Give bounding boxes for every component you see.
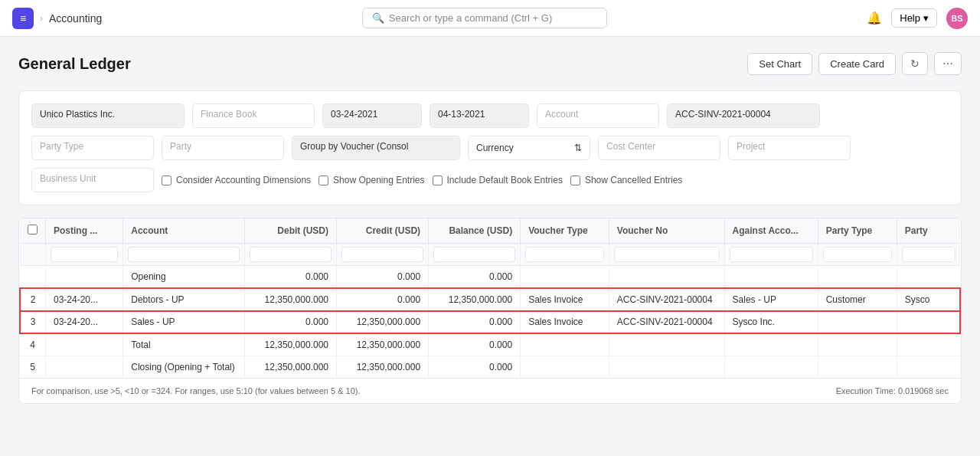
- filter-cell-voucher-no: [609, 244, 724, 266]
- party-type-filter[interactable]: Party Type: [31, 136, 154, 160]
- filter-input-party[interactable]: [902, 247, 956, 262]
- against-account: [724, 266, 818, 289]
- credit-amount: 12,350,000.000: [337, 333, 429, 356]
- app-icon[interactable]: ≡: [12, 8, 34, 29]
- currency-filter[interactable]: Currency ⇅: [468, 136, 590, 160]
- filter-cell-posting: [46, 244, 123, 266]
- from-date-filter[interactable]: 03-24-2021: [322, 103, 422, 128]
- set-chart-button[interactable]: Set Chart: [747, 53, 812, 75]
- page-content: General Ledger Set Chart Create Card ↻ ⋯…: [0, 37, 980, 419]
- cost-center-filter[interactable]: Cost Center: [598, 136, 720, 160]
- business-unit-filter[interactable]: Business Unit: [31, 168, 154, 192]
- table-row[interactable]: 5Closing (Opening + Total)12,350,000.000…: [20, 356, 960, 379]
- breadcrumb-separator: ›: [40, 13, 43, 24]
- consider-accounting-dimensions-checkbox[interactable]: [162, 176, 172, 185]
- credit-amount: 0.000: [337, 266, 429, 289]
- consider-accounting-dimensions-label[interactable]: Consider Accounting Dimensions: [162, 175, 311, 185]
- filter-input-party-type[interactable]: [823, 247, 892, 262]
- col-checkbox: [20, 218, 46, 244]
- page-actions: Set Chart Create Card ↻ ⋯: [747, 52, 962, 75]
- finance-book-filter[interactable]: Finance Book: [192, 103, 315, 128]
- party-type-cell: Customer: [818, 288, 897, 311]
- filter-input-posting[interactable]: [51, 247, 118, 262]
- col-credit: Credit (USD): [337, 218, 429, 244]
- filter-cell-debit: [244, 244, 336, 266]
- notification-icon[interactable]: 🔔: [867, 11, 882, 25]
- filter-cell-party-type: [818, 244, 897, 266]
- help-button[interactable]: Help ▾: [891, 8, 937, 28]
- voucher-no: ACC-SINV-2021-00004: [609, 288, 724, 311]
- filter-input-account[interactable]: [128, 247, 240, 262]
- filter-row-1: Unico Plastics Inc. Finance Book 03-24-2…: [31, 103, 949, 128]
- search-icon: 🔍: [372, 12, 384, 24]
- select-all-checkbox[interactable]: [28, 225, 38, 235]
- posting-date: [46, 333, 123, 356]
- account-value-filter[interactable]: ACC-SINV-2021-00004: [667, 103, 820, 128]
- refresh-button[interactable]: ↻: [902, 52, 928, 75]
- page-title: General Ledger: [18, 55, 131, 73]
- to-date-filter[interactable]: 04-13-2021: [430, 103, 529, 128]
- chevron-down-icon: ▾: [923, 12, 929, 24]
- voucher-type: Sales Invoice: [521, 311, 609, 334]
- party-type-cell: [818, 266, 897, 289]
- project-filter[interactable]: Project: [728, 136, 851, 160]
- more-options-button[interactable]: ⋯: [934, 52, 962, 75]
- row-number: 5: [20, 356, 46, 379]
- show-cancelled-entries-checkbox[interactable]: [570, 176, 580, 185]
- filter-row-2: Party Type Party Group by Voucher (Conso…: [31, 136, 949, 160]
- voucher-no: ACC-SINV-2021-00004: [609, 311, 724, 334]
- party-cell: [897, 311, 960, 334]
- group-by-filter[interactable]: Group by Voucher (Consol: [292, 136, 460, 160]
- posting-date: 03-24-20...: [46, 288, 123, 311]
- show-opening-entries-label[interactable]: Show Opening Entries: [318, 175, 424, 185]
- filter-input-credit[interactable]: [341, 247, 423, 262]
- credit-amount: 12,350,000.000: [337, 356, 429, 379]
- col-account: Account: [123, 218, 245, 244]
- debit-amount: 0.000: [244, 266, 336, 289]
- filter-input-voucher-no[interactable]: [614, 247, 720, 262]
- currency-label: Currency: [476, 143, 514, 153]
- voucher-no: [609, 333, 724, 356]
- account-filter[interactable]: Account: [537, 103, 659, 128]
- search-placeholder: Search or type a command (Ctrl + G): [389, 12, 553, 24]
- table-row[interactable]: Opening0.0000.0000.000: [20, 266, 960, 289]
- against-account: [724, 333, 818, 356]
- filter-cell-balance: [429, 244, 521, 266]
- avatar[interactable]: BS: [946, 8, 968, 29]
- filter-input-debit[interactable]: [250, 247, 332, 262]
- show-cancelled-entries-label[interactable]: Show Cancelled Entries: [570, 175, 682, 185]
- company-filter[interactable]: Unico Plastics Inc.: [31, 103, 185, 128]
- ledger-table: Posting ... Account Debit (USD) Credit (…: [19, 218, 961, 378]
- filter-input-balance[interactable]: [433, 247, 515, 262]
- table-header-row: Posting ... Account Debit (USD) Credit (…: [20, 218, 960, 244]
- party-type-cell: [818, 311, 897, 334]
- against-account: Sysco Inc.: [724, 311, 818, 334]
- voucher-no: [609, 356, 724, 379]
- col-debit: Debit (USD): [244, 218, 336, 244]
- include-default-book-entries-label[interactable]: Include Default Book Entries: [433, 175, 563, 185]
- filter-cell-account: [123, 244, 245, 266]
- execution-time: Execution Time: 0.019068 sec: [836, 386, 949, 395]
- create-card-button[interactable]: Create Card: [818, 53, 896, 75]
- filter-input-against-acct[interactable]: [730, 247, 813, 262]
- top-navigation: ≡ › Accounting 🔍 Search or type a comman…: [0, 0, 980, 37]
- balance-amount: 12,350,000.000: [429, 288, 521, 311]
- filter-cell-credit: [337, 244, 429, 266]
- balance-amount: 0.000: [429, 311, 521, 334]
- search-bar[interactable]: 🔍 Search or type a command (Ctrl + G): [362, 8, 607, 28]
- party-filter[interactable]: Party: [162, 136, 284, 160]
- table-row[interactable]: 303-24-20...Sales - UP0.00012,350,000.00…: [20, 311, 960, 334]
- filter-input-voucher-type[interactable]: [525, 247, 604, 262]
- show-opening-entries-checkbox[interactable]: [318, 176, 328, 185]
- credit-amount: 0.000: [337, 288, 429, 311]
- posting-date: [46, 356, 123, 379]
- filter-cell-against-acct: [724, 244, 818, 266]
- account-name: Opening: [123, 266, 245, 289]
- table-row[interactable]: 4Total12,350,000.00012,350,000.0000.000: [20, 333, 960, 356]
- include-default-book-entries-checkbox[interactable]: [433, 176, 443, 185]
- col-voucher-no: Voucher No: [609, 218, 724, 244]
- table-row[interactable]: 203-24-20...Debtors - UP12,350,000.0000.…: [20, 288, 960, 311]
- filter-cell-voucher-type: [521, 244, 609, 266]
- footer-hint: For comparison, use >5, <10 or =324. For…: [31, 386, 361, 395]
- against-account: Sales - UP: [724, 288, 818, 311]
